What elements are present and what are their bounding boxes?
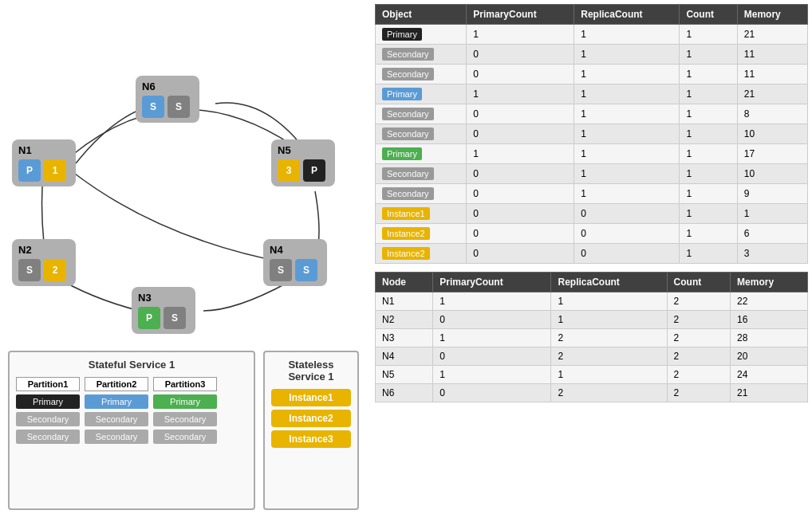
badge-n4-s1: S [270,259,292,281]
stateless-service-box: StatelessService 1 Instance1 Instance2 I… [263,351,359,510]
object-table-row: Primary 1 1 1 21 [376,84,808,104]
partition2-primary: Primary [85,394,148,409]
node-n1-badges: P 1 [18,159,66,182]
replica-count-cell: 0 [574,204,680,224]
memory-cell: 10 [737,164,807,184]
badge-n4-s2: S [295,259,317,281]
object-cell: Primary [376,25,467,45]
object-table-row: Secondary 0 1 1 11 [376,65,808,84]
node-col-replica-count: ReplicaCount [551,273,667,292]
count-cell: 1 [680,244,737,264]
memory-cell: 11 [737,65,807,84]
node-n6-label: N6 [142,80,156,92]
object-table-row: Primary 1 1 1 17 [376,144,808,164]
node-n6: N6 S S [136,76,199,123]
node-n3-badges: P S [138,307,186,329]
col-memory: Memory [737,5,807,25]
instance3-badge: Instance3 [271,430,351,448]
primary-count-cell: 1 [467,25,574,45]
node-primary-count-cell: 1 [433,366,551,384]
object-cell: Secondary [376,184,467,204]
node-memory-cell: 28 [731,329,808,347]
replica-count-cell: 0 [574,244,680,264]
primary-count-cell: 1 [467,144,574,164]
object-table-row: Primary 1 1 1 21 [376,25,808,45]
node-memory-cell: 22 [731,292,808,311]
node-n1-label: N1 [18,144,32,156]
node-memory-cell: 16 [731,311,808,329]
node-table-row: N3 1 2 2 28 [376,329,808,347]
object-table-row: Secondary 0 1 1 9 [376,184,808,204]
node-replica-count-cell: 1 [551,311,667,329]
node-n1: N1 P 1 [12,139,76,186]
badge-n5-3: 3 [278,159,300,182]
replica-count-cell: 1 [574,164,680,184]
node-replica-count-cell: 2 [551,329,667,347]
object-table-row: Secondary 0 1 1 11 [376,45,808,65]
partition1-secondary1: Secondary [16,412,80,426]
memory-cell: 10 [737,124,807,144]
partition1-secondary2: Secondary [16,430,80,444]
count-cell: 1 [680,184,737,204]
stateful-partitions: Partition1 Primary Secondary Secondary P… [16,377,247,444]
instance1-badge: Instance1 [271,389,351,406]
replica-count-cell: 1 [574,124,680,144]
node-table-row: N6 0 2 2 21 [376,384,808,402]
count-cell: 1 [680,104,737,124]
node-table-row: N4 0 2 2 20 [376,347,808,366]
node-n3-label: N3 [138,292,152,304]
node-memory-cell: 21 [731,384,808,402]
badge-n2-2: 2 [44,259,66,281]
node-n2: N2 S 2 [12,239,76,286]
node-cell: N4 [376,347,433,366]
partition1-title: Partition1 [16,377,80,391]
partition3-secondary1: Secondary [153,412,217,426]
stateful-service-box: Stateful Service 1 Partition1 Primary Se… [8,351,255,510]
node-count-cell: 2 [667,329,730,347]
memory-cell: 9 [737,184,807,204]
node-table-row: N2 0 1 2 16 [376,311,808,329]
replica-count-cell: 1 [574,45,680,65]
object-table-row: Secondary 0 1 1 10 [376,124,808,144]
node-n5: N5 3 P [271,139,335,186]
node-n4: N4 S S [263,239,327,286]
node-memory-cell: 20 [731,347,808,366]
node-count-cell: 2 [667,292,730,311]
node-n5-label: N5 [278,144,291,156]
node-primary-count-cell: 1 [433,329,551,347]
object-table-row: Instance1 0 0 1 1 [376,204,808,224]
object-cell: Primary [376,84,467,104]
primary-count-cell: 1 [467,84,574,104]
badge-n1-1: 1 [44,159,66,182]
primary-count-cell: 0 [467,244,574,264]
replica-count-cell: 1 [574,25,680,45]
node-primary-count-cell: 0 [433,347,551,366]
primary-count-cell: 0 [467,224,574,244]
object-cell: Instance2 [376,244,467,264]
node-primary-count-cell: 0 [433,384,551,402]
badge-n6-s1: S [142,96,164,118]
legend-area: Stateful Service 1 Partition1 Primary Se… [0,343,367,518]
node-n2-label: N2 [18,244,32,256]
badge-n1-p: P [18,159,41,182]
network-diagram: N1 P 1 N2 S 2 N3 P S N4 S S N5 3 P [0,0,367,343]
object-cell: Secondary [376,164,467,184]
memory-cell: 17 [737,144,807,164]
col-object: Object [376,5,467,25]
col-replica-count: ReplicaCount [574,5,680,25]
primary-count-cell: 0 [467,124,574,144]
node-replica-count-cell: 2 [551,347,667,366]
partition3-col: Partition3 Primary Secondary Secondary [153,377,217,444]
memory-cell: 8 [737,104,807,124]
partition2-title: Partition2 [85,377,148,391]
node-cell: N2 [376,311,433,329]
primary-count-cell: 0 [467,184,574,204]
count-cell: 1 [680,45,737,65]
replica-count-cell: 1 [574,104,680,124]
partition3-secondary2: Secondary [153,430,217,444]
node-memory-cell: 24 [731,366,808,384]
node-replica-count-cell: 1 [551,366,667,384]
object-table-row: Instance2 0 0 1 6 [376,224,808,244]
memory-cell: 1 [737,204,807,224]
replica-count-cell: 1 [574,65,680,84]
